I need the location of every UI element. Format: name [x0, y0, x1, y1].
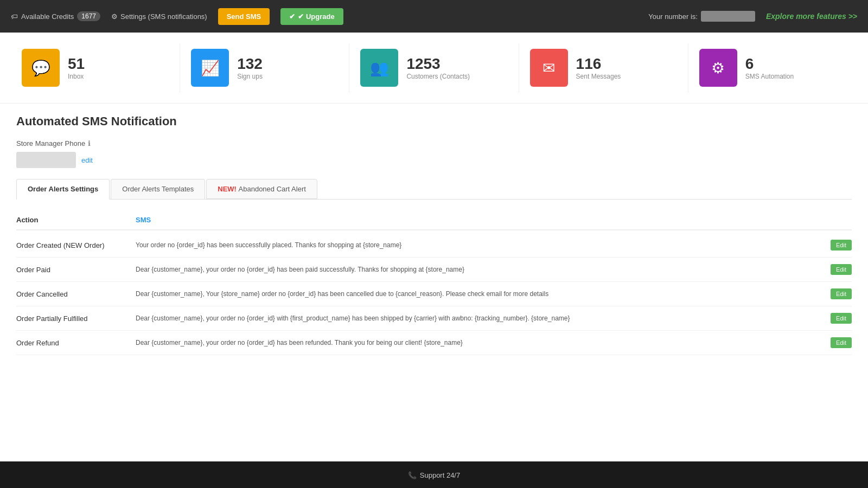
row-edit-3: Edit — [819, 313, 852, 324]
row-edit-1: Edit — [819, 264, 852, 275]
row-sms-1: Dear {customer_name}, your order no {ord… — [136, 266, 819, 273]
signups-count: 132 — [237, 55, 263, 73]
credits-value: 1677 — [77, 11, 100, 21]
customers-label: Customers (Contacts) — [406, 73, 470, 80]
your-number-section: Your number is: — [648, 11, 755, 22]
edit-phone-link[interactable]: edit — [81, 156, 93, 164]
upgrade-icon: ✔ — [289, 12, 295, 21]
edit-button-3[interactable]: Edit — [831, 313, 852, 324]
table-row: Order Partially Fulfilled Dear {customer… — [16, 306, 852, 331]
stat-signups[interactable]: 📈 132 Sign ups — [180, 43, 349, 92]
stat-inbox[interactable]: 💬 51 Inbox — [11, 43, 180, 92]
row-action-1: Order Paid — [16, 266, 136, 274]
phone-value-masked — [16, 152, 76, 168]
sent-icon: ✉ — [530, 49, 568, 87]
new-badge-label: NEW! — [218, 185, 238, 193]
edit-button-4[interactable]: Edit — [831, 337, 852, 348]
tab-abandoned-cart-alert[interactable]: NEW! Abandoned Cart Alert — [206, 179, 317, 199]
automation-icon: ⚙ — [699, 49, 737, 87]
upgrade-button[interactable]: ✔ ✔ Upgrade — [280, 8, 343, 25]
credits-label: Available Credits — [21, 12, 74, 21]
customers-count: 1253 — [406, 55, 470, 73]
customers-info: 1253 Customers (Contacts) — [406, 55, 470, 80]
row-edit-4: Edit — [819, 337, 852, 348]
sent-label: Sent Messages — [576, 73, 621, 80]
your-number-label: Your number is: — [648, 12, 698, 21]
row-edit-0: Edit — [819, 240, 852, 251]
credits-icon: 🏷 — [11, 12, 18, 21]
row-sms-3: Dear {customer_name}, your order no {ord… — [136, 314, 819, 322]
store-manager-section: Store Manager Phone ℹ edit — [16, 139, 852, 168]
top-navigation: 🏷 Available Credits 1677 ⚙ Settings (SMS… — [0, 0, 868, 33]
row-sms-0: Your order no {order_id} has been succes… — [136, 241, 819, 249]
stat-customers[interactable]: 👥 1253 Customers (Contacts) — [349, 43, 519, 92]
row-sms-4: Dear {customer_name}, your order no {ord… — [136, 339, 819, 346]
customers-icon: 👥 — [360, 49, 398, 87]
nav-left: 🏷 Available Credits 1677 ⚙ Settings (SMS… — [11, 8, 637, 25]
table-row: Order Created (NEW Order) Your order no … — [16, 233, 852, 258]
tabs-container: Order Alerts Settings Order Alerts Templ… — [16, 179, 852, 200]
info-icon: ℹ — [88, 139, 91, 147]
row-edit-2: Edit — [819, 288, 852, 299]
automation-info: 6 SMS Automation — [745, 55, 794, 80]
send-sms-button[interactable]: Send SMS — [218, 8, 270, 25]
stat-sms-automation[interactable]: ⚙ 6 SMS Automation — [688, 43, 857, 92]
signups-icon: 📈 — [191, 49, 229, 87]
phone-number-masked — [701, 11, 755, 22]
tab-order-alerts-settings[interactable]: Order Alerts Settings — [16, 179, 110, 200]
edit-button-1[interactable]: Edit — [831, 264, 852, 275]
edit-button-2[interactable]: Edit — [831, 288, 852, 299]
stats-row: 💬 51 Inbox 📈 132 Sign ups 👥 1253 Custome… — [0, 33, 868, 104]
inbox-label: Inbox — [68, 73, 85, 80]
tab-order-alerts-templates[interactable]: Order Alerts Templates — [111, 179, 205, 199]
sent-info: 116 Sent Messages — [576, 55, 621, 80]
row-action-0: Order Created (NEW Order) — [16, 241, 136, 249]
edit-button-0[interactable]: Edit — [831, 240, 852, 251]
phone-icon: 📞 — [408, 471, 417, 479]
nav-right: Your number is: Explore more features >> — [648, 11, 857, 22]
automation-label: SMS Automation — [745, 73, 794, 80]
settings-label: Settings (SMS notifications) — [120, 12, 207, 21]
settings-icon: ⚙ — [111, 12, 118, 21]
footer: 📞 Support 24/7 — [0, 461, 868, 488]
row-action-4: Order Refund — [16, 339, 136, 347]
main-content: Automated SMS Notification Store Manager… — [0, 104, 868, 461]
sent-count: 116 — [576, 55, 621, 73]
table-row: Order Cancelled Dear {customer_name}, Yo… — [16, 282, 852, 306]
store-manager-label: Store Manager Phone ℹ — [16, 139, 852, 147]
row-action-2: Order Cancelled — [16, 290, 136, 298]
phone-input-row: edit — [16, 152, 852, 168]
settings-link[interactable]: ⚙ Settings (SMS notifications) — [111, 12, 207, 21]
row-sms-2: Dear {customer_name}, Your {store_name} … — [136, 290, 819, 298]
upgrade-label: ✔ Upgrade — [298, 12, 334, 21]
inbox-count: 51 — [68, 55, 85, 73]
automation-count: 6 — [745, 55, 794, 73]
support-label: Support 24/7 — [420, 471, 460, 479]
inbox-info: 51 Inbox — [68, 55, 85, 80]
col-header-action: Action — [16, 216, 136, 224]
col-header-sms: SMS — [136, 216, 852, 224]
credits-badge: 🏷 Available Credits 1677 — [11, 11, 100, 21]
page-title: Automated SMS Notification — [16, 114, 852, 129]
stat-sent-messages[interactable]: ✉ 116 Sent Messages — [519, 43, 688, 92]
table-header: Action SMS — [16, 210, 852, 230]
signups-label: Sign ups — [237, 73, 263, 80]
table-row: Order Refund Dear {customer_name}, your … — [16, 331, 852, 355]
signups-info: 132 Sign ups — [237, 55, 263, 80]
inbox-icon: 💬 — [22, 49, 60, 87]
row-action-3: Order Partially Fulfilled — [16, 314, 136, 323]
explore-link[interactable]: Explore more features >> — [766, 12, 857, 21]
table-row: Order Paid Dear {customer_name}, your or… — [16, 258, 852, 282]
